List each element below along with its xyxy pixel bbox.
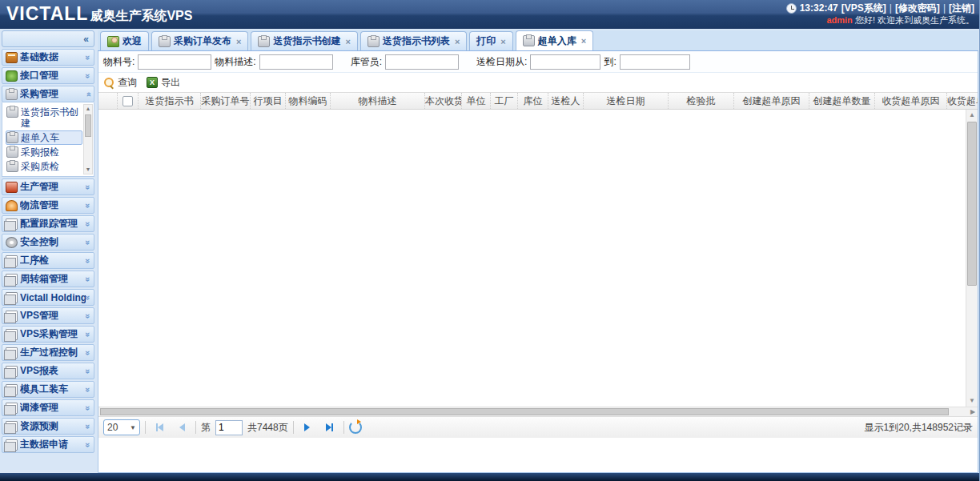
scroll-up-icon[interactable]: ▲	[84, 105, 92, 113]
column-header-送货指示书[interactable]: 送货指示书	[139, 93, 201, 109]
sidebar-group-16[interactable]: 资源预测»	[2, 418, 94, 435]
filter-input-4[interactable]	[620, 54, 690, 70]
column-header-检验批[interactable]: 检验批	[669, 93, 734, 109]
sidebar-group-6[interactable]: 安全控制»	[2, 234, 94, 251]
scroll-down-icon[interactable]: ▼	[966, 395, 978, 407]
chevron-down-icon[interactable]: »	[83, 202, 93, 207]
change-password-link[interactable]: [修改密码]	[895, 2, 940, 14]
filter-input-3[interactable]	[530, 54, 600, 70]
chevron-down-icon[interactable]: »	[83, 184, 93, 189]
chevron-down-icon[interactable]: »	[83, 54, 93, 59]
column-header-创建超单原因[interactable]: 创建超单原因	[734, 93, 809, 109]
submenu-scrollbar-thumb[interactable]	[85, 114, 91, 137]
tab-送货指示书列表[interactable]: 送货指示书列表×	[360, 31, 467, 50]
page-size-select[interactable]: 20 ▼	[103, 419, 140, 435]
close-icon[interactable]: ×	[236, 37, 241, 46]
scroll-right-icon[interactable]: ▶	[968, 407, 978, 416]
sidebar-group-2[interactable]: 采购管理»	[2, 86, 94, 102]
sidebar-item-超单入车[interactable]: 超单入车	[6, 130, 82, 145]
chevron-down-icon[interactable]: »	[83, 442, 93, 447]
prev-page-button[interactable]	[173, 419, 191, 435]
tab-采购订单发布[interactable]: 采购订单发布×	[151, 31, 248, 50]
sidebar-group-0[interactable]: 基础数据»	[2, 49, 94, 66]
sidebar-group-label: 基础数据	[20, 50, 86, 64]
column-header-库位[interactable]: 库位	[518, 93, 548, 109]
column-header-物料描述[interactable]: 物料描述	[331, 93, 425, 109]
filter-input-0[interactable]	[138, 54, 211, 70]
chevron-down-icon[interactable]: »	[83, 239, 93, 244]
sidebar-item-采购报检[interactable]: 采购报检	[6, 145, 82, 159]
chevron-down-icon[interactable]: »	[83, 331, 93, 336]
column-header-创建超单数量[interactable]: 创建超单数量	[809, 93, 875, 109]
sidebar-group-10[interactable]: VPS管理»	[2, 307, 94, 324]
sidebar-group-11[interactable]: VPS采购管理»	[2, 326, 94, 343]
column-header-本次收货数[interactable]: 本次收货数	[425, 93, 462, 109]
tab-欢迎[interactable]: 欢迎	[100, 31, 149, 50]
chevron-down-icon[interactable]: »	[83, 295, 93, 299]
close-icon[interactable]: ×	[581, 36, 586, 46]
sidebar-group-17[interactable]: 主数据申请»	[2, 436, 94, 453]
logout-link[interactable]: [注销]	[949, 2, 974, 14]
horizontal-scrollbar-thumb[interactable]	[100, 408, 949, 415]
column-header-收货超单原因[interactable]: 收货超单原因	[875, 93, 947, 109]
column-header-送检日期[interactable]: 送检日期	[584, 93, 669, 109]
sidebar-group-15[interactable]: 调漆管理»	[2, 399, 94, 416]
sidebar-group-1[interactable]: 接口管理»	[2, 67, 94, 84]
column-header-送检人[interactable]: 送检人	[548, 93, 584, 109]
column-header-行项目[interactable]: 行项目	[251, 93, 286, 109]
sidebar-group-8[interactable]: 周转箱管理»	[2, 271, 94, 287]
sidebar-group-4[interactable]: 物流管理»	[2, 197, 94, 214]
column-header-收货超单数量[interactable]: 收货超单数量	[947, 93, 978, 109]
chevron-down-icon[interactable]: »	[83, 350, 93, 355]
submenu-scrollbar[interactable]: ▲▼	[83, 104, 93, 174]
vertical-scrollbar-thumb[interactable]	[967, 122, 977, 286]
vertical-scrollbar[interactable]: ▲ ▼	[966, 110, 978, 407]
chevron-up-icon[interactable]: »	[83, 91, 93, 96]
close-icon[interactable]: ×	[455, 37, 460, 46]
chevron-down-icon[interactable]: »	[83, 258, 93, 263]
column-header-物料编码[interactable]: 物料编码	[286, 93, 331, 109]
column-header-单位[interactable]: 单位	[462, 93, 491, 109]
sidebar-group-14[interactable]: 模具工装车»	[2, 381, 94, 398]
sidebar-group-7[interactable]: 工序检»	[2, 252, 94, 269]
scroll-up-icon[interactable]: ▲	[966, 110, 978, 121]
chevron-down-icon[interactable]: »	[83, 405, 93, 410]
sidebar-group-5[interactable]: 配置跟踪管理»	[2, 215, 94, 232]
first-page-button[interactable]	[151, 419, 168, 435]
filter-input-1[interactable]	[259, 54, 333, 70]
chevron-down-icon[interactable]: »	[83, 313, 93, 318]
select-all-header[interactable]	[118, 93, 139, 109]
next-page-button[interactable]	[299, 419, 316, 435]
chevron-down-icon[interactable]: »	[83, 276, 93, 281]
sidebar-group-12[interactable]: 生产过程控制»	[2, 344, 94, 361]
chevron-down-icon[interactable]: »	[83, 423, 93, 428]
horizontal-scrollbar[interactable]: ▶	[98, 407, 978, 416]
scroll-down-icon[interactable]: ▼	[84, 166, 92, 174]
tab-打印[interactable]: 打印×	[469, 31, 512, 50]
column-header-工厂[interactable]: 工厂	[491, 93, 518, 109]
tab-超单入库[interactable]: 超单入库×	[516, 30, 593, 50]
column-header-采购订单号[interactable]: 采购订单号	[201, 93, 251, 109]
close-icon[interactable]: ×	[345, 37, 350, 46]
chevron-down-icon[interactable]: »	[83, 73, 93, 78]
close-icon[interactable]: ×	[500, 37, 505, 46]
last-page-button[interactable]	[321, 419, 339, 435]
vps-system-link[interactable]: [VPS系统]	[841, 2, 886, 14]
chevron-down-icon[interactable]: »	[83, 387, 93, 391]
sidebar-collapse-button[interactable]: «	[2, 30, 94, 47]
export-button[interactable]: X 导出	[147, 76, 180, 90]
sidebar-item-送货指示书创建[interactable]: 送货指示书创建	[6, 105, 82, 130]
select-all-checkbox[interactable]	[122, 96, 133, 106]
sidebar-group-9[interactable]: Victall Holding»	[2, 289, 94, 306]
filter-input-2[interactable]	[385, 54, 459, 70]
refresh-icon[interactable]	[349, 421, 362, 434]
chevron-down-icon[interactable]: »	[83, 221, 93, 226]
sidebar-group-13[interactable]: VPS报表»	[2, 363, 94, 379]
sidebar-group-3[interactable]: 生产管理»	[2, 178, 94, 195]
query-button[interactable]: 查询	[103, 76, 137, 90]
tab-送货指示书创建[interactable]: 送货指示书创建×	[251, 31, 357, 50]
page-number-input[interactable]	[215, 420, 243, 435]
sidebar-group-label: 主数据申请	[20, 438, 86, 451]
sidebar-item-采购质检[interactable]: 采购质检	[6, 159, 82, 174]
chevron-down-icon[interactable]: »	[83, 368, 93, 373]
